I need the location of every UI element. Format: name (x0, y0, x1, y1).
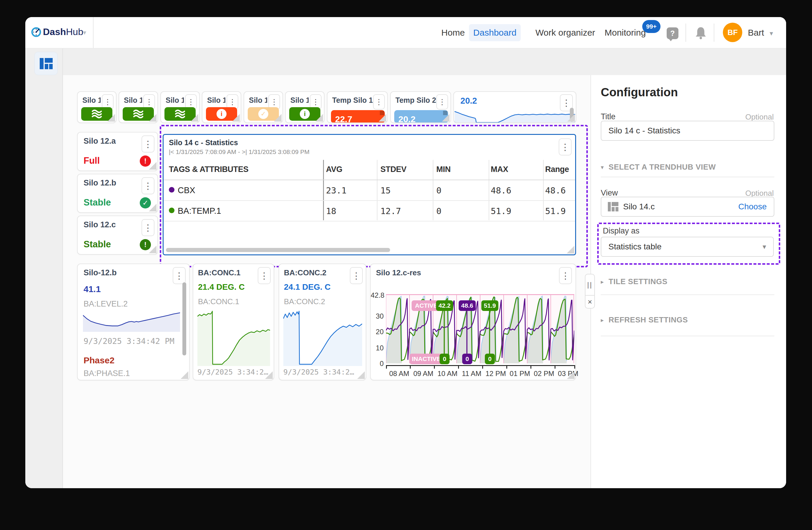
resize-handle[interactable] (265, 371, 273, 379)
display-as-label: Display as (603, 226, 640, 236)
user-chevron-down-icon[interactable]: ▾ (770, 29, 773, 37)
monitoring-count-badge: 99+ (642, 20, 661, 33)
chevron-down-icon: ▾ (601, 164, 604, 171)
col-header-range[interactable]: Range (545, 165, 569, 174)
inactive-region-badge: INACTIVE (409, 354, 443, 364)
resize-handle[interactable] (274, 114, 281, 122)
marker-min-badge: 0 (439, 354, 450, 364)
tile-silo-small-2[interactable]: Silo 1 ⋮ (119, 91, 158, 123)
brand-light: Hub (66, 27, 83, 37)
resize-handle[interactable] (357, 371, 365, 379)
level-value: 41.1 (84, 284, 101, 294)
status-text: Stable (84, 197, 111, 208)
left-sidebar (25, 48, 63, 488)
resize-handle[interactable] (232, 114, 240, 122)
tile-menu-button[interactable]: ⋮ (142, 219, 155, 236)
row-tag: CBX (178, 185, 195, 195)
user-avatar[interactable]: BF (723, 23, 742, 42)
display-as-value: Statistics table (608, 242, 662, 251)
col-header-max[interactable]: MAX (491, 165, 508, 174)
title-input[interactable] (601, 121, 774, 141)
tile-menu-button[interactable]: ⋮ (142, 177, 155, 194)
dashhub-logo-icon (31, 27, 41, 37)
tile-menu-button[interactable]: ⋮ (142, 136, 155, 153)
nav-divider (685, 24, 686, 42)
marker-min-badge: 0 (485, 354, 495, 364)
chevron-right-icon: ▸ (601, 317, 604, 324)
resize-handle[interactable] (149, 114, 157, 122)
tile-silo-12b-status[interactable]: Silo 12.b ⋮ Stable ✓ (77, 174, 158, 213)
resize-handle[interactable] (180, 371, 188, 379)
resize-handle[interactable] (567, 371, 575, 379)
tile-menu-button[interactable]: ⋮ (173, 267, 186, 284)
tile-silo-12b-detail[interactable]: Silo-12.b ⋮ 41.1 BA:LEVEL.2 9/3/2025 3:3… (77, 264, 190, 380)
nav-item-home[interactable]: Home (441, 28, 465, 38)
resize-handle[interactable] (567, 114, 575, 122)
tile-silo-small-1[interactable]: Silo 1 ⋮ (77, 91, 116, 123)
temp-value: 22.7 (335, 114, 352, 123)
tile-menu-button[interactable]: ⋮ (373, 94, 385, 110)
tile-silo-small-3[interactable]: Silo 1 ⋮ (160, 91, 200, 123)
user-name[interactable]: Bart (748, 28, 764, 38)
tile-menu-button[interactable]: ⋮ (436, 94, 448, 110)
tile-menu-button[interactable]: ⋮ (559, 267, 572, 284)
tile-silo-small-4[interactable]: Silo 1 ⋮ i (202, 91, 241, 123)
tile-ba-conc1[interactable]: BA:CONC.1 ⋮ 21.4 DEG. C BA:CONC.1 9/3/20… (193, 264, 274, 380)
tile-ba-conc2[interactable]: BA:CONC.2 ⋮ 24.1 DEG. C BA:CONC.2 9/3/20… (279, 264, 366, 380)
tile-silo-small-6[interactable]: Silo 1 ⋮ i (285, 91, 324, 123)
scrollbar-horizontal[interactable] (166, 248, 390, 252)
refresh-settings-toggle[interactable]: ▸ REFRESH SETTINGS (601, 315, 688, 324)
cell-stdev: 12.7 (380, 206, 401, 216)
tile-title: Silo 1 (82, 96, 101, 104)
scrollbar-vertical[interactable] (183, 282, 186, 355)
close-panel-icon[interactable]: × (585, 296, 594, 308)
resize-handle[interactable] (149, 204, 157, 211)
configuration-panel: Configuration Title Optional ▾ SELECT A … (591, 75, 786, 488)
brand-chevron-down-icon[interactable]: ▾ (83, 29, 86, 36)
nav-item-monitoring[interactable]: Monitoring (605, 28, 646, 38)
resize-handle[interactable] (315, 114, 323, 122)
tile-menu-button[interactable]: ⋮ (258, 267, 271, 284)
tile-menu-button[interactable]: ⋮ (559, 138, 571, 155)
col-header-min[interactable]: MIN (436, 165, 451, 174)
notifications-bell-icon[interactable] (693, 25, 708, 41)
cell-range: 48.6 (545, 185, 566, 196)
resize-handle[interactable] (191, 114, 198, 122)
tile-temp-silo-1[interactable]: Temp Silo 1 ⋮ 22.7 (327, 91, 388, 123)
x-axis (386, 365, 575, 366)
tag-name: BA:CONC.2 (284, 297, 325, 306)
brand-bold: Dash (43, 27, 66, 37)
drag-handle-icon[interactable]: || (585, 275, 594, 296)
resize-handle[interactable] (379, 114, 386, 122)
resize-handle[interactable] (442, 114, 450, 122)
tile-silo-12c-res-chart[interactable]: Silo 12.c-res ⋮ 42.8 30 20 10 0 08 AM 09… (370, 264, 576, 380)
col-header-avg[interactable]: AVG (326, 165, 343, 174)
cell-min: 0 (436, 206, 441, 216)
display-as-dropdown[interactable]: Statistics table ▾ (601, 237, 774, 257)
panel-resize-handle[interactable]: || × (585, 274, 595, 309)
status-text: Stable (84, 239, 111, 250)
resize-handle[interactable] (149, 162, 157, 170)
choose-link[interactable]: Choose (738, 202, 767, 211)
trendhub-section-toggle[interactable]: ▾ SELECT A TRENDHUB VIEW (601, 163, 716, 172)
col-header-stdev[interactable]: STDEV (380, 165, 407, 174)
nav-item-work-organizer[interactable]: Work organizer (535, 28, 595, 38)
timestamp: 9/3/2025 3:34:42 PM (84, 337, 174, 346)
tile-settings-toggle[interactable]: ▸ TILE SETTINGS (601, 277, 668, 286)
resize-handle[interactable] (149, 246, 157, 253)
tile-silo-12c-status[interactable]: Silo 12.c ⋮ Stable ! (77, 215, 158, 255)
view-picker[interactable]: Silo 14.c Choose (601, 197, 774, 217)
tile-silo-12a[interactable]: Silo 12.a ⋮ Full ! (77, 132, 158, 171)
help-icon[interactable]: ? (667, 27, 679, 39)
tile-temp-silo-2[interactable]: Temp Silo 2 ⋮ 20.2 (390, 91, 451, 123)
tile-silo-small-5[interactable]: Silo 1 ⋮ ✓ (244, 91, 283, 123)
col-header-tags[interactable]: TAGS & ATTRIBUTES (169, 165, 248, 174)
tile-silo14c-statistics-selected[interactable]: Silo 14 c - Statistics |< 1/31/2025 7:08… (163, 134, 576, 255)
tile-menu-button[interactable]: ⋮ (350, 267, 363, 284)
nav-item-dashboard-active[interactable]: Dashboard (469, 24, 521, 41)
resize-handle[interactable] (107, 114, 115, 122)
tile-sparkline-20-2[interactable]: 20.2 ⋮ (453, 91, 576, 123)
resize-handle[interactable] (567, 246, 574, 253)
brand[interactable]: DashHub (43, 27, 83, 38)
dashboard-layout-button[interactable] (34, 52, 58, 75)
